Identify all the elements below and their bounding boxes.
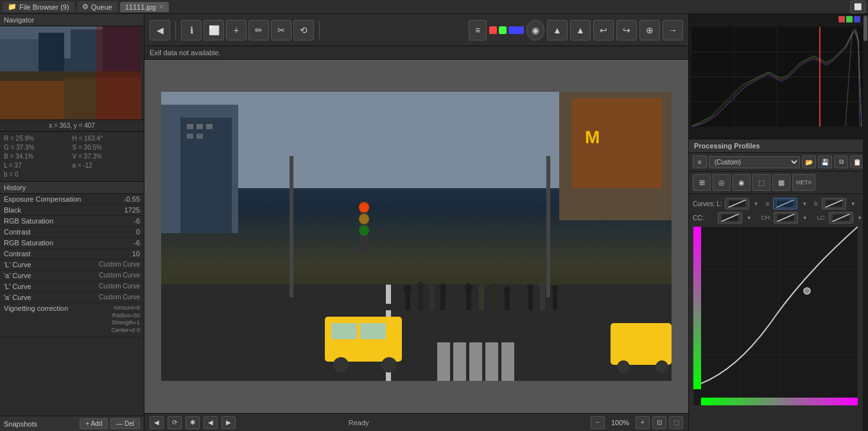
history-item-lcurve1[interactable]: 'L' Curve Custom Curve <box>0 259 144 270</box>
history-item-black[interactable]: Black 1725 <box>0 205 144 216</box>
svg-rect-48 <box>418 288 423 310</box>
lens-tool-button[interactable]: ⬚ <box>752 174 770 191</box>
svg-rect-70 <box>553 291 557 310</box>
color-h-row: H = 163.4° <box>73 134 141 143</box>
image-container[interactable]: M CITY SPEED LIMIT 25 <box>144 60 688 413</box>
blue-channel-indicator <box>854 16 860 22</box>
curves-a-dropdown[interactable]: ▼ <box>800 199 809 208</box>
color-b-row: B = 34.1% <box>4 152 72 161</box>
fit-button[interactable]: ⊡ <box>652 416 666 429</box>
color-b2-row: b = 0 <box>4 170 72 179</box>
snapshot-buttons: + Add — Del <box>80 418 140 429</box>
svg-rect-52 <box>440 290 446 310</box>
left-panel: Navigator <box>0 14 144 431</box>
curves-b-separator: b: <box>814 200 819 207</box>
profile-save-as-button[interactable]: 💾 <box>818 155 832 168</box>
tab-file-browser[interactable]: 📁 File Browser (9) <box>3 1 74 12</box>
zoom-fit-button[interactable]: ⊕ <box>639 20 660 40</box>
arrow-right-button[interactable]: ▶ <box>221 416 236 429</box>
curves-l-dropdown[interactable]: ▼ <box>752 199 761 208</box>
history-exposure-value: -0.55 <box>124 195 140 203</box>
menu-button[interactable]: ≡ <box>469 20 487 40</box>
warning-button[interactable]: ▲ <box>547 20 568 40</box>
history-vignetting-value: Amount=0Radius=50Strength=1Center=0 0 <box>111 304 140 335</box>
zoom-out-button[interactable]: − <box>591 416 605 429</box>
zoom-in-button[interactable]: + <box>636 416 650 429</box>
remove-snapshot-button[interactable]: — Del <box>110 418 140 429</box>
curves-b-dropdown[interactable]: ▼ <box>849 199 858 208</box>
history-item-rgbsat1[interactable]: RGB Saturation -6 <box>0 216 144 227</box>
curves-cc-button[interactable] <box>718 212 742 224</box>
curves-a-button[interactable] <box>773 198 797 209</box>
profile-paste-button[interactable]: 📋 <box>850 155 864 168</box>
color-tool-button[interactable]: ◎ <box>713 174 731 191</box>
processing-profiles-label: Processing Profiles <box>694 142 760 150</box>
profile-copy-button[interactable]: ⧉ <box>834 155 848 168</box>
add-button[interactable]: + <box>226 20 247 40</box>
history-rgbsat2-value: -6 <box>134 239 140 247</box>
curve-grid-svg <box>701 227 858 398</box>
star-button[interactable]: ✱ <box>186 416 200 429</box>
history-rgbsat1-value: -6 <box>134 217 140 225</box>
history-item-contrast1[interactable]: Contrast 0 <box>0 227 144 238</box>
curve-editor[interactable] <box>693 226 858 406</box>
meta-tool-button[interactable]: META <box>792 174 815 191</box>
history-item-rgbsat2[interactable]: RGB Saturation -6 <box>0 238 144 249</box>
fullscreen-button[interactable]: ⬚ <box>669 416 683 429</box>
rotate-button[interactable]: ⟲ <box>293 20 314 40</box>
curves-l-button[interactable] <box>725 198 749 209</box>
history-item-acurve1[interactable]: 'a' Curve Custom Curve <box>0 270 144 281</box>
history-list[interactable]: Exposure Compensation -0.55 Black 1725 R… <box>0 194 144 416</box>
edit-button[interactable]: ✏ <box>248 20 269 40</box>
curves-cc-label: CC: <box>693 215 715 222</box>
detail-tool-button[interactable]: ◉ <box>733 174 751 191</box>
back-button[interactable]: ◀ <box>150 20 170 40</box>
navigator-label: Navigator <box>4 16 34 24</box>
history-contrast2-value: 10 <box>132 250 140 258</box>
maximize-button[interactable]: ⬜ <box>850 1 865 13</box>
prev-image-button[interactable]: ◀ <box>150 416 164 429</box>
color-g-label: G = 37.3% <box>4 144 35 151</box>
svg-rect-68 <box>540 288 545 310</box>
crop-button[interactable]: ⬜ <box>204 20 224 40</box>
history-item-exposure[interactable]: Exposure Compensation -0.55 <box>0 194 144 205</box>
history-item-lcurve2[interactable]: 'L' Curve Custom Curve <box>0 281 144 292</box>
info-button[interactable]: ℹ <box>181 20 202 40</box>
arrow-left-button[interactable]: ◀ <box>204 416 218 429</box>
svg-point-100 <box>804 288 810 294</box>
curves-b-button[interactable] <box>822 198 846 209</box>
transform-tool-button[interactable]: ▦ <box>772 174 790 191</box>
profile-list-button[interactable]: ≡ <box>693 155 707 168</box>
refresh-button[interactable]: ⟳ <box>168 416 182 429</box>
navigator-image[interactable] <box>0 26 141 119</box>
tab-image[interactable]: 11111.jpg ✕ <box>120 2 169 12</box>
right-scrollbar-thumb[interactable] <box>864 15 867 41</box>
svg-rect-18 <box>196 134 203 139</box>
curves-lab-row: Curves: L: ▼ a: ▼ b: <box>693 198 864 209</box>
snapshots-section: Snapshots + Add — Del <box>0 416 144 431</box>
curves-ch-dropdown[interactable]: ▼ <box>801 213 810 222</box>
profile-select[interactable]: (Custom) <box>709 156 800 168</box>
history-lcurve1-label: 'L' Curve <box>4 261 31 268</box>
exposure-tool-button[interactable]: ⊞ <box>693 174 711 191</box>
svg-point-71 <box>551 285 558 292</box>
next-button[interactable]: → <box>663 20 683 40</box>
history-item-acurve2[interactable]: 'a' Curve Custom Curve <box>0 292 144 303</box>
history-acurve2-value: Custom Curve <box>99 294 140 301</box>
history-item-vignetting[interactable]: Vignetting correction Amount=0Radius=50S… <box>0 303 144 337</box>
scissors-button[interactable]: ✂ <box>271 20 291 40</box>
history-header: History <box>0 182 144 194</box>
circle-button[interactable]: ◉ <box>526 20 544 40</box>
redo-button[interactable]: ↪ <box>616 20 637 40</box>
history-item-contrast2[interactable]: Contrast 10 <box>0 249 144 259</box>
profile-open-button[interactable]: 📂 <box>802 155 816 168</box>
warning2-button[interactable]: ▲ <box>570 20 591 40</box>
history-label: History <box>4 184 26 191</box>
curves-lc-button[interactable] <box>829 212 853 224</box>
curves-ch-button[interactable] <box>774 212 798 224</box>
undo-button[interactable]: ↩ <box>593 20 614 40</box>
curves-cc-dropdown[interactable]: ▼ <box>745 213 754 222</box>
tab-queue[interactable]: ⚙ Queue <box>77 1 117 12</box>
add-snapshot-button[interactable]: + Add <box>80 418 108 429</box>
tab-close-icon[interactable]: ✕ <box>159 3 164 10</box>
